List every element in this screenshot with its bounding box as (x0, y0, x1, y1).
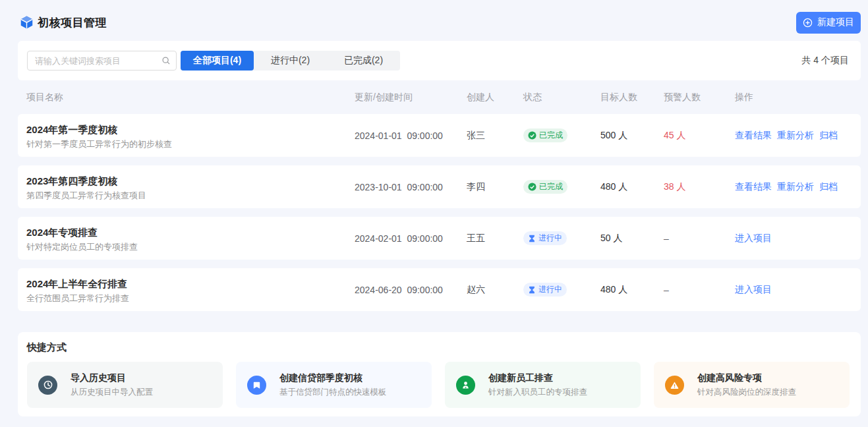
project-name: 2024年上半年全行排查 (26, 277, 355, 291)
project-description: 全行范围员工异常行为排查 (26, 293, 355, 304)
project-name: 2024年第一季度初核 (26, 123, 355, 136)
warning-count: 38 人 (664, 181, 735, 193)
target-count: 480 人 (600, 181, 664, 193)
status-label: 进行中 (538, 233, 562, 244)
shortcut-description: 针对高风险岗位的深度排查 (697, 387, 796, 398)
circle-plus-icon (803, 18, 813, 28)
tab-all-projects[interactable]: 全部项目(4) (181, 51, 254, 71)
col-update-time: 更新/创建时间 (355, 92, 467, 103)
search-input[interactable] (27, 51, 177, 71)
target-count: 480 人 (600, 284, 664, 296)
status-badge: 进行中 (523, 231, 567, 245)
shortcuts-section: 快捷方式 导入历史项目 从历史项目中导入配置 (18, 332, 861, 416)
page-title: 初核项目管理 (38, 15, 107, 30)
shortcut-title: 导入历史项目 (71, 372, 153, 384)
tab-in-progress[interactable]: 进行中(2) (254, 51, 327, 71)
col-actions: 操作 (735, 92, 852, 103)
project-description: 第四季度员工异常行为核查项目 (26, 190, 355, 202)
tab-completed[interactable]: 已完成(2) (327, 51, 400, 71)
col-target-count: 目标人数 (600, 92, 664, 103)
shortcut-create-credit-dept-review[interactable]: 创建信贷部季度初核 基于信贷部门特点的快速模板 (236, 362, 432, 408)
col-creator: 创建人 (467, 92, 523, 103)
status-badge: 进行中 (523, 283, 567, 297)
table-header: 项目名称 更新/创建时间 创建人 状态 目标人数 预警人数 操作 (18, 80, 861, 114)
check-circle-icon (528, 131, 536, 140)
shortcut-title: 创建新员工排查 (488, 372, 587, 384)
status-label: 已完成 (539, 181, 563, 192)
table-row: 2024年第一季度初核 针对第一季度员工异常行为的初步核查 2024-01-01… (18, 114, 861, 157)
shortcuts-title: 快捷方式 (27, 341, 850, 354)
shortcut-import-history[interactable]: 导入历史项目 从历史项目中导入配置 (27, 362, 223, 408)
page-header: 初核项目管理 新建项目 (18, 0, 861, 41)
status-label: 已完成 (539, 130, 563, 141)
shortcut-description: 基于信贷部门特点的快速模板 (279, 387, 387, 398)
project-name: 2024年专项排查 (26, 226, 355, 239)
total-project-count: 共 4 个项目 (801, 55, 849, 67)
project-time: 2023-10-01 09:00:00 (355, 182, 467, 192)
action-archive[interactable]: 归档 (819, 130, 838, 142)
cube-icon (20, 15, 34, 30)
project-time: 2024-06-20 09:00:00 (355, 285, 467, 295)
status-label: 进行中 (538, 284, 562, 295)
status-badge: 已完成 (523, 180, 567, 194)
project-creator: 李四 (467, 181, 523, 193)
col-warning-count: 预警人数 (664, 92, 735, 103)
hourglass-icon (528, 286, 536, 294)
warning-count: – (664, 285, 735, 295)
project-description: 针对第一季度员工异常行为的初步核查 (26, 138, 355, 150)
project-filter-tabs: 全部项目(4) 进行中(2) 已完成(2) (181, 51, 400, 71)
hourglass-icon (528, 235, 536, 242)
project-time: 2024-01-01 09:00:00 (355, 130, 467, 141)
table-row: 2024年专项排查 针对特定岗位员工的专项排查 2024-02-01 09:00… (18, 217, 861, 260)
action-archive[interactable]: 归档 (819, 181, 838, 193)
project-creator: 赵六 (467, 284, 523, 296)
check-circle-icon (528, 183, 536, 191)
project-creator: 王五 (467, 233, 523, 244)
action-view-results[interactable]: 查看结果 (735, 181, 772, 193)
search-icon (161, 56, 171, 65)
new-project-button[interactable]: 新建项目 (796, 12, 861, 34)
target-count: 50 人 (600, 233, 664, 244)
status-badge: 已完成 (523, 128, 567, 142)
action-view-results[interactable]: 查看结果 (735, 130, 772, 142)
shortcut-create-new-employee-screening[interactable]: 创建新员工排查 针对新入职员工的专项排查 (445, 362, 641, 408)
shortcut-create-high-risk-special[interactable]: 创建高风险专项 针对高风险岗位的深度排查 (654, 362, 850, 408)
new-project-button-label: 新建项目 (817, 16, 854, 28)
page-content: 初核项目管理 新建项目 全部项目(4) 进行中( (18, 0, 861, 416)
action-reanalyze[interactable]: 重新分析 (777, 181, 814, 193)
project-name: 2023年第四季度初核 (26, 175, 355, 188)
action-enter-project[interactable]: 进入项目 (735, 284, 772, 296)
user-icon (456, 376, 475, 395)
shortcut-title: 创建信贷部季度初核 (279, 372, 387, 384)
project-creator: 张三 (467, 130, 523, 142)
filter-toolbar: 全部项目(4) 进行中(2) 已完成(2) 共 4 个项目 (18, 41, 861, 80)
table-row: 2023年第四季度初核 第四季度员工异常行为核查项目 2023-10-01 09… (18, 165, 861, 208)
col-status: 状态 (523, 92, 600, 103)
action-enter-project[interactable]: 进入项目 (735, 233, 772, 244)
shortcut-description: 针对新入职员工的专项排查 (488, 387, 587, 398)
warning-count: – (664, 233, 735, 244)
project-description: 针对特定岗位员工的专项排查 (26, 241, 355, 253)
target-count: 500 人 (600, 130, 664, 142)
col-project-name: 项目名称 (26, 92, 355, 103)
warning-icon (665, 376, 684, 395)
shortcut-title: 创建高风险专项 (697, 372, 796, 384)
action-reanalyze[interactable]: 重新分析 (777, 130, 814, 142)
table-row: 2024年上半年全行排查 全行范围员工异常行为排查 2024-06-20 09:… (18, 268, 861, 311)
shortcut-description: 从历史项目中导入配置 (71, 387, 153, 398)
search-box (27, 51, 177, 71)
project-time: 2024-02-01 09:00:00 (355, 233, 467, 244)
bookmark-icon (247, 376, 266, 395)
warning-count: 45 人 (664, 130, 735, 142)
clock-icon (38, 376, 57, 395)
